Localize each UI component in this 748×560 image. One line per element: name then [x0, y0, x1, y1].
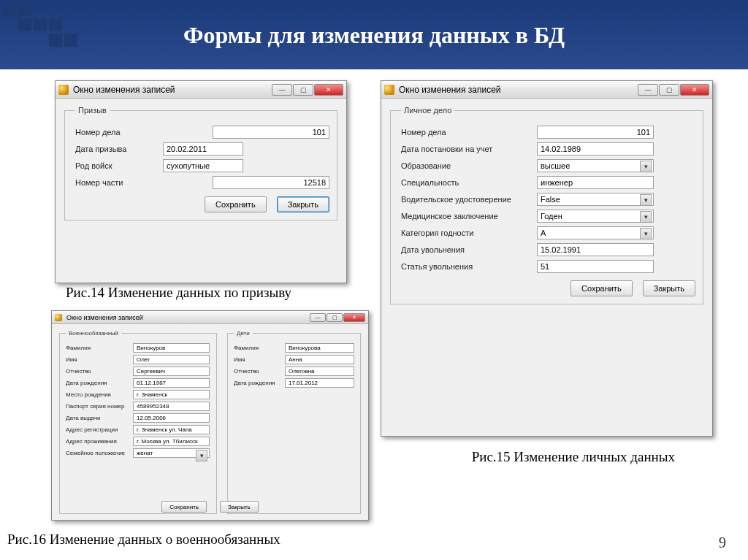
label-child-name: Имя [234, 356, 285, 363]
label-unit-no: Номер части [75, 178, 163, 187]
label-specialty: Специальность [401, 178, 537, 187]
label-surname: Фамилия [66, 345, 133, 351]
group-legend: Дети [234, 330, 253, 337]
input-child-birth-date[interactable]: 17.01.2012 [285, 378, 354, 388]
input-live-addr[interactable]: г. Москва ул. Тбилисск [133, 437, 210, 446]
window-personal-edit: Окно изменения записей — ▢ ✕ Личное дело… [381, 80, 713, 437]
window-title: Окно изменения записей [66, 314, 143, 321]
input-branch[interactable]: сухопутные [163, 159, 243, 172]
maximize-button[interactable]: ▢ [293, 84, 313, 96]
label-draft-date: Дата призыва [75, 145, 163, 153]
window-title: Окно изменения записей [399, 85, 501, 95]
group-conscript: Военнообязанный ФамилияВинокуров ИмяОлег… [59, 330, 217, 514]
input-passport[interactable]: 4589952348 [133, 402, 210, 411]
select-marital[interactable]: женат [133, 448, 210, 458]
slide-title: Формы для изменения данных в БД [0, 22, 748, 49]
input-name[interactable]: Олег [133, 355, 210, 364]
input-reg-addr[interactable]: г. Знаменск ул. Чапа [133, 425, 210, 434]
group-draft: Призыв Номер дела101 Дата призыва20.02.2… [64, 106, 337, 220]
app-icon [55, 314, 62, 321]
label-passport: Паспорт серия номер [66, 403, 133, 410]
titlebar[interactable]: Окно изменения записей — ▢ ✕ [381, 81, 712, 99]
label-discharge-date: Дата увольнения [401, 245, 537, 254]
label-child-surname: Фамилия [234, 345, 285, 351]
save-button[interactable]: Сохранить [205, 196, 267, 212]
input-draft-date[interactable]: 20.02.2011 [163, 142, 243, 156]
input-issue-date[interactable]: 12.05.2006 [133, 413, 210, 423]
close-form-button[interactable]: Закрыть [643, 280, 695, 296]
label-case-no: Номер дела [75, 128, 163, 137]
close-button[interactable]: ✕ [343, 313, 365, 322]
titlebar[interactable]: Окно изменения записей — ▢ ✕ [52, 311, 368, 324]
input-discharge-date[interactable]: 15.02.1991 [537, 243, 654, 256]
label-driver: Водительское удостоверение [401, 195, 537, 204]
titlebar[interactable]: Окно изменения записей — ▢ ✕ [56, 81, 346, 99]
group-legend: Личное дело [401, 106, 454, 115]
select-education[interactable]: высшее [537, 159, 654, 172]
label-med: Медицинское заключение [401, 212, 537, 220]
label-live-addr: Адрес проживания [66, 438, 133, 445]
input-birth-place[interactable]: г. Знаменск [133, 390, 210, 399]
caption-fig16: Рис.16 Изменение данных о военнообязанны… [7, 532, 280, 548]
close-button[interactable]: ✕ [314, 84, 343, 96]
input-child-patronymic[interactable]: Олеговна [285, 367, 354, 376]
input-surname[interactable]: Винокуров [133, 343, 210, 353]
input-specialty[interactable]: инженер [537, 176, 654, 189]
label-category: Категория годности [401, 229, 537, 237]
maximize-button[interactable]: ▢ [327, 313, 343, 322]
window-title: Окно изменения записей [73, 85, 175, 95]
label-discharge-article: Статья увольнения [401, 262, 537, 271]
select-category[interactable]: А [537, 226, 654, 239]
label-name: Имя [66, 356, 133, 363]
label-reg-date: Дата постановки на учет [401, 145, 537, 153]
label-case-no: Номер дела [401, 128, 537, 137]
close-form-button[interactable]: Закрыть [220, 501, 259, 513]
group-legend: Призыв [75, 106, 110, 115]
window-conscript-edit: Окно изменения записей — ▢ ✕ Военнообяза… [51, 310, 369, 521]
label-reg-addr: Адрес регистрации [66, 426, 133, 433]
input-patronymic[interactable]: Сергеевич [133, 367, 210, 376]
save-button[interactable]: Сохранить [161, 501, 207, 513]
label-issue-date: Дата выдачи [66, 415, 133, 421]
minimize-button[interactable]: — [272, 84, 292, 96]
minimize-button[interactable]: — [310, 313, 326, 322]
label-child-patronymic: Отчество [234, 368, 285, 375]
select-med[interactable]: Годен [537, 210, 654, 223]
select-driver[interactable]: False [537, 193, 654, 206]
window-draft-edit: Окно изменения записей — ▢ ✕ Призыв Номе… [55, 80, 347, 283]
group-children: Дети ФамилияВинокурова ИмяАнна ОтчествоО… [227, 330, 361, 514]
input-child-surname[interactable]: Винокурова [285, 343, 354, 353]
label-education: Образование [401, 161, 537, 170]
app-icon [58, 85, 69, 95]
input-case-no[interactable]: 101 [213, 126, 329, 139]
app-icon [384, 85, 394, 95]
maximize-button[interactable]: ▢ [659, 84, 679, 96]
label-patronymic: Отчество [66, 368, 133, 375]
input-reg-date[interactable]: 14.02.1989 [537, 142, 654, 156]
caption-fig15: Рис.15 Изменение личных данных [472, 449, 675, 465]
minimize-button[interactable]: — [638, 84, 658, 96]
input-case-no[interactable]: 101 [537, 126, 654, 139]
page-number: 9 [719, 534, 726, 551]
close-button[interactable]: ✕ [680, 84, 709, 96]
close-form-button[interactable]: Закрыть [277, 196, 329, 212]
label-birth-date: Дата рождения [66, 380, 133, 386]
label-birth-place: Место рождения [66, 391, 133, 398]
caption-fig14: Рис.14 Изменение данных по призыву [66, 285, 291, 301]
input-birth-date[interactable]: 01.12.1987 [133, 378, 210, 388]
save-button[interactable]: Сохранить [570, 280, 633, 296]
group-personal: Личное дело Номер дела101 Дата постановк… [390, 106, 703, 304]
input-discharge-article[interactable]: 51 [537, 260, 654, 273]
input-unit-no[interactable]: 12518 [213, 176, 329, 189]
label-branch: Род войск [75, 161, 163, 170]
label-marital: Семейное положение [66, 450, 133, 456]
group-legend: Военнообязанный [66, 330, 121, 337]
input-child-name[interactable]: Анна [285, 355, 354, 364]
label-child-birth-date: Дата рождения [234, 380, 285, 386]
